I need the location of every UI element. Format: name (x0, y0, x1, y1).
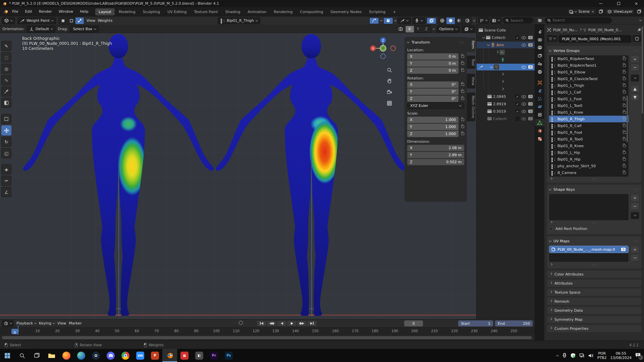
location-y-field[interactable]: Y0 m (407, 60, 459, 67)
scale-x-field[interactable]: X1.000 (407, 117, 459, 123)
expand-icon[interactable] (482, 36, 485, 38)
tab-physics[interactable] (535, 103, 544, 110)
panel-attributes[interactable]: Attributes (547, 280, 641, 287)
lock-icon[interactable] (461, 62, 464, 65)
lock-icon[interactable] (623, 145, 626, 147)
lock-icon[interactable] (461, 90, 464, 93)
keying-menu[interactable]: Keying (39, 321, 55, 325)
workspace-tab-shading[interactable]: Shading (222, 8, 244, 15)
material-preview-button[interactable] (455, 17, 463, 24)
shading-dropdown-icon[interactable] (473, 19, 475, 21)
properties-search-input[interactable]: Search (545, 17, 612, 23)
workspace-tab-compositing[interactable]: Compositing (297, 8, 327, 15)
location-z-field[interactable]: Z0 m (407, 67, 459, 74)
mirror-z-toggle[interactable]: Z (422, 26, 431, 33)
gizmo-z-negative[interactable] (381, 54, 386, 59)
workspace-tab-texture-paint[interactable]: Texture Paint (191, 8, 221, 15)
edge-icon[interactable] (74, 349, 89, 362)
expand-icon[interactable] (501, 87, 504, 90)
scale-y-field[interactable]: Y1.000 (407, 124, 459, 130)
hide-icon[interactable] (522, 66, 526, 69)
view-menu[interactable]: View (87, 18, 95, 23)
tab-material[interactable] (535, 127, 544, 134)
tab-output[interactable] (535, 44, 544, 51)
breadcrumb-object[interactable]: PLW_00_Nu... (553, 28, 578, 32)
disable-render-icon[interactable] (528, 102, 533, 106)
remove-uv-map-button[interactable]: − (631, 254, 639, 261)
dimensions-x-field[interactable]: X2.08 m (407, 145, 464, 151)
panel-grip-icon[interactable]: :::: (634, 49, 639, 52)
collapse-icon[interactable] (549, 187, 551, 190)
steam-icon[interactable] (89, 349, 103, 362)
dimensions-z-field[interactable]: Z0.502 m (407, 159, 464, 165)
disable-render-icon[interactable] (528, 36, 533, 39)
volume-icon[interactable] (588, 353, 594, 358)
outliner-row-scene-collection[interactable]: Scene Colle (477, 27, 535, 34)
remove-vertex-group-button[interactable]: − (631, 64, 639, 71)
vertex-group-row[interactable]: Bip01_R_Elbow (549, 69, 629, 75)
vertex-group-row[interactable]: B_Camera (549, 169, 629, 176)
viewlayer-selector[interactable]: ViewLayer (605, 8, 635, 15)
lock-icon[interactable] (623, 98, 626, 100)
file-explorer-icon[interactable] (44, 349, 59, 362)
vertex-group-row[interactable]: Bip01_R_Calf (549, 122, 629, 129)
mode-dropdown[interactable]: Weight Paint (17, 17, 56, 24)
tool-box-select[interactable] (1, 114, 11, 124)
disable-render-icon[interactable] (528, 43, 533, 47)
checkbox[interactable]: ✓ (516, 102, 519, 106)
scene-selector[interactable]: Scene × (567, 8, 597, 15)
next-keyframe-button[interactable] (297, 320, 307, 326)
outliner-row-empty-3[interactable]: 0.5019✓ (477, 108, 535, 115)
checkbox[interactable]: ✓ (516, 110, 519, 113)
mirror-dropdown-icon[interactable] (433, 27, 435, 29)
collapse-icon[interactable] (549, 49, 551, 51)
viewport-overlap-button[interactable] (462, 26, 475, 33)
vertex-group-row[interactable]: Bip01_R_Hip (549, 156, 629, 163)
face-mask-toggle[interactable] (67, 17, 75, 24)
vertex-group-row-selected[interactable]: Bip01_R_Thigh (549, 116, 629, 122)
tab-world[interactable] (535, 68, 544, 75)
task-view-button[interactable] (30, 349, 44, 362)
menu-edit[interactable]: Edit (22, 8, 35, 15)
fake-user-shield-button[interactable] (633, 35, 641, 42)
panel-title[interactable]: Vertex Groups (553, 49, 580, 53)
lock-icon[interactable] (623, 91, 626, 94)
panel-color-attributes[interactable]: Color Attributes (547, 270, 641, 278)
lock-icon[interactable] (461, 83, 464, 86)
menu-file[interactable]: File (9, 8, 21, 15)
vertex-group-row[interactable]: Bip01_R_Toe0 (549, 136, 629, 142)
tab-object-data[interactable] (535, 119, 544, 126)
menu-help[interactable]: Help (77, 8, 91, 15)
tool-measure[interactable]: ∠ (1, 187, 11, 197)
expand-icon[interactable] (496, 50, 498, 53)
tab-view-layer[interactable] (535, 52, 544, 59)
chrome-icon[interactable] (118, 349, 133, 362)
lock-icon[interactable] (623, 64, 626, 67)
lock-icon[interactable] (623, 152, 626, 154)
location-x-field[interactable]: X0 m (407, 53, 459, 60)
network-icon[interactable] (579, 353, 585, 358)
gizmo-x-negative[interactable] (391, 46, 396, 51)
solid-shading-button[interactable] (446, 17, 455, 24)
blender-taskbar-icon[interactable] (162, 349, 177, 362)
vertex-group-row[interactable]: Bip01_L_Knee (549, 109, 629, 116)
grey-app-icon[interactable]: ◧ (192, 349, 207, 362)
playback-menu[interactable]: Playback (16, 321, 36, 325)
vertex-group-row[interactable]: Bip01_L_Foot (549, 96, 629, 102)
tool-average[interactable]: ◎ (1, 64, 11, 74)
workspace-tab-rendering[interactable]: Rendering (270, 8, 296, 15)
maximize-button[interactable] (611, 0, 626, 7)
add-workspace-button[interactable]: + (389, 8, 399, 15)
dimensions-y-field[interactable]: Y2.89 m (407, 152, 464, 158)
expand-icon[interactable] (501, 80, 504, 82)
workspace-tab-animation[interactable]: Animation (244, 8, 270, 15)
list-resize-grip[interactable]: :::: (591, 263, 597, 266)
outliner-row-child[interactable] (477, 78, 535, 85)
tool-gradient[interactable] (1, 98, 11, 108)
menu-render[interactable]: Render (36, 8, 55, 15)
add-vertex-group-button[interactable]: ＋ (631, 55, 639, 63)
lock-icon[interactable] (623, 71, 626, 73)
zoom-view-icon[interactable] (385, 66, 394, 74)
lock-icon[interactable] (461, 133, 464, 135)
outliner-row-collection[interactable]: Collecti✓ (477, 34, 535, 41)
